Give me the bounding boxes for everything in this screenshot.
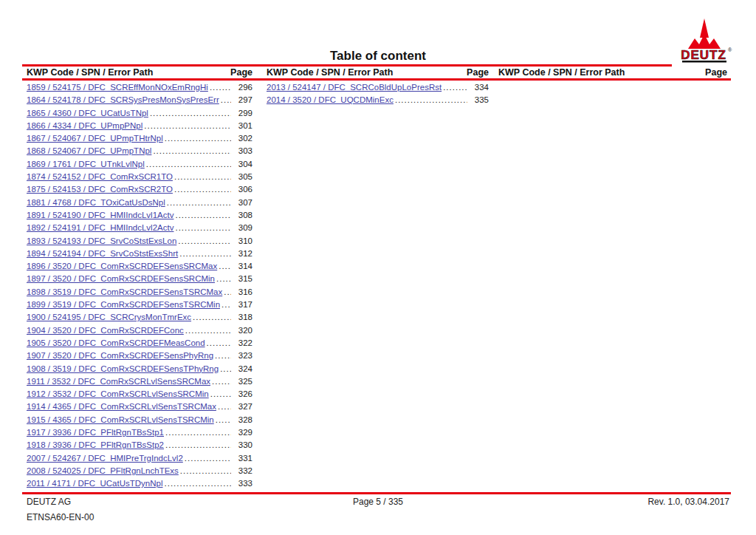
toc-entry-page: 325 (233, 377, 252, 386)
toc-entry: 2014 / 3520 / DFC_UQCDMinExc 335 (267, 95, 489, 108)
footer-divider (22, 492, 731, 494)
toc-entry: 1874 / 524152 / DFC_ComRxSCR1TO 305 (27, 172, 252, 185)
toc-entry: 2013 / 524147 / DFC_SCRCoBldUpLoPresRst … (267, 83, 489, 95)
document-id: ETNSA60-EN-00 (27, 512, 94, 522)
toc-entry-link[interactable]: 1918 / 3936 / DFC_PFltRgnTBsStp2 (27, 440, 164, 449)
toc-entry-link[interactable]: 1865 / 4360 / DFC_UCatUsTNpl (27, 109, 148, 117)
toc-entry-link[interactable]: 2014 / 3520 / DFC_UQCDMinExc (267, 95, 394, 104)
dot-leader (178, 236, 231, 245)
dot-leader (219, 262, 231, 270)
toc-entry-page: 305 (233, 172, 252, 181)
toc-entry-link[interactable]: 1900 / 524195 / DFC_SCRCrysMonTmrExc (27, 313, 191, 321)
toc-entry-page: 315 (233, 274, 252, 283)
dot-leader (174, 172, 231, 181)
dot-leader (185, 326, 231, 335)
toc-entry-link[interactable]: 1875 / 524153 / DFC_ComRxSCR2TO (27, 185, 173, 194)
dot-leader (185, 454, 231, 463)
toc-entry-page: 303 (233, 146, 252, 155)
toc-entry: 1898 / 3519 / DFC_ComRxSCRDEFSensTSRCMax… (27, 287, 252, 300)
toc-entry-link[interactable]: 1908 / 3519 / DFC_ComRxSCRDEFSensTPhyRng (27, 364, 219, 373)
toc-entry-page: 326 (233, 389, 252, 398)
toc-entry: 2008 / 524025 / DFC_PFltRgnLnchTExs 332 (27, 466, 252, 479)
toc-entry-page: 335 (470, 95, 489, 104)
dot-leader (153, 146, 231, 155)
column-header-3: KWP Code / SPN / Error Path Page (498, 67, 727, 78)
toc-entry-link[interactable]: 1898 / 3519 / DFC_ComRxSCRDEFSensTSRCMax (27, 287, 222, 296)
dot-leader (207, 338, 231, 347)
toc-entry-link[interactable]: 1868 / 524067 / DFC_UPmpTNpl (27, 146, 151, 155)
toc-entry-link[interactable]: 1893 / 524193 / DFC_SrvCoStstExsLon (27, 236, 176, 245)
toc-entry-page: 312 (233, 249, 252, 258)
toc-entry-link[interactable]: 1907 / 3520 / DFC_ComRxSCRDEFSensPhyRng (27, 351, 213, 360)
toc-entry: 1859 / 524175 / DFC_SCREffMonNOxEmRngHi … (27, 83, 252, 95)
toc-entry-link[interactable]: 1869 / 1761 / DFC_UTnkLvlNpl (27, 160, 145, 168)
toc-column-1: 1859 / 524175 / DFC_SCREffMonNOxEmRngHi … (27, 83, 252, 492)
toc-entry-link[interactable]: 1904 / 3520 / DFC_ComRxSCRDEFConc (27, 326, 184, 335)
toc-entry: 1866 / 4334 / DFC_UPmpPNpl 301 (27, 121, 252, 134)
toc-entry: 1917 / 3936 / DFC_PFltRgnTBsStp1 329 (27, 428, 252, 440)
dot-leader (146, 160, 231, 168)
toc-entry-link[interactable]: 2007 / 524267 / DFC_HMIPreTrgIndcLvl2 (27, 454, 183, 463)
toc-entry-link[interactable]: 1905 / 3520 / DFC_ComRxSCRDEFMeasCond (27, 338, 205, 347)
dot-leader (212, 377, 231, 386)
toc-entry-link[interactable]: 1896 / 3520 / DFC_ComRxSCRDEFSensSRCMax (27, 262, 217, 270)
code-header-label: KWP Code / SPN / Error Path (27, 67, 153, 78)
page-header-label: Page (705, 67, 727, 78)
dot-leader (144, 121, 231, 130)
toc-entry-link[interactable]: 1859 / 524175 / DFC_SCREffMonNOxEmRngHi (27, 83, 208, 92)
toc-entry: 1897 / 3520 / DFC_ComRxSCRDEFSensSRCMin … (27, 274, 252, 287)
dot-leader (215, 351, 231, 360)
toc-entry-page: 306 (233, 185, 252, 194)
toc-entry-page: 301 (233, 121, 252, 130)
toc-entry: 1894 / 524194 / DFC_SrvCoStstExsShrt 312 (27, 249, 252, 262)
dot-leader (180, 466, 231, 475)
toc-entry-link[interactable]: 1897 / 3520 / DFC_ComRxSCRDEFSensSRCMin (27, 274, 215, 283)
toc-entry: 1881 / 4768 / DFC_TOxiCatUsDsNpl 307 (27, 198, 252, 211)
toc-entry-link[interactable]: 1874 / 524152 / DFC_ComRxSCR1TO (27, 172, 173, 181)
toc-entry-page: 331 (233, 454, 252, 463)
toc-entry-page: 316 (233, 287, 252, 296)
toc-entry: 1864 / 524178 / DFC_SCRSysPresMonSysPres… (27, 95, 252, 108)
toc-entry-page: 318 (233, 313, 252, 321)
toc-entry-link[interactable]: 2013 / 524147 / DFC_SCRCoBldUpLoPresRst (267, 83, 441, 92)
toc-entry-link[interactable]: 1867 / 524067 / DFC_UPmpTHtrNpl (27, 134, 163, 143)
toc-entry-link[interactable]: 1899 / 3519 / DFC_ComRxSCRDEFSensTSRCMin (27, 300, 220, 309)
toc-entry-page: 323 (233, 351, 252, 360)
toc-entry-page: 329 (233, 428, 252, 437)
dot-leader (220, 364, 231, 373)
toc-entry-page: 304 (233, 160, 252, 168)
toc-entry: 1912 / 3532 / DFC_ComRxSCRLvlSensSRCMin … (27, 389, 252, 402)
toc-entry: 1904 / 3520 / DFC_ComRxSCRDEFConc 320 (27, 326, 252, 338)
toc-entry: 1868 / 524067 / DFC_UPmpTNpl 303 (27, 146, 252, 159)
toc-entry-link[interactable]: 1864 / 524178 / DFC_SCRSysPresMonSysPres… (27, 95, 219, 104)
toc-entry-link[interactable]: 1914 / 4365 / DFC_ComRxSCRLvlSensTSRCMax (27, 402, 216, 411)
dot-leader (193, 313, 231, 321)
toc-entry-link[interactable]: 1892 / 524191 / DFC_HMIIndcLvl2Actv (27, 223, 173, 232)
toc-entry-page: 299 (233, 109, 252, 117)
toc-entry-page: 297 (233, 95, 252, 104)
toc-entry: 1865 / 4360 / DFC_UCatUsTNpl 299 (27, 109, 252, 121)
toc-entry-link[interactable]: 1917 / 3936 / DFC_PFltRgnTBsStp1 (27, 428, 164, 437)
dot-leader (174, 185, 231, 194)
dot-leader (210, 389, 231, 398)
toc-entry-page: 314 (233, 262, 252, 270)
dot-leader (395, 95, 467, 104)
toc-entry-link[interactable]: 1866 / 4334 / DFC_UPmpPNpl (27, 121, 142, 130)
toc-entry-link[interactable]: 1894 / 524194 / DFC_SrvCoStstExsShrt (27, 249, 178, 258)
toc-entry-link[interactable]: 2011 / 4171 / DFC_UCatUsTDynNpl (27, 479, 163, 488)
dot-leader (224, 287, 231, 296)
toc-entry: 1914 / 4365 / DFC_ComRxSCRLvlSensTSRCMax… (27, 402, 252, 415)
code-header-label: KWP Code / SPN / Error Path (267, 67, 393, 78)
toc-entry-link[interactable]: 1911 / 3532 / DFC_ComRxSCRLvlSensSRCMax (27, 377, 210, 386)
toc-entry: 1900 / 524195 / DFC_SCRCrysMonTmrExc 318 (27, 313, 252, 325)
toc-entry-link[interactable]: 1881 / 4768 / DFC_TOxiCatUsDsNpl (27, 198, 165, 207)
toc-entry-page: 320 (233, 326, 252, 335)
toc-entry-link[interactable]: 1915 / 4365 / DFC_ComRxSCRLvlSensTSRCMin (27, 415, 214, 424)
toc-entry: 1896 / 3520 / DFC_ComRxSCRDEFSensSRCMax … (27, 262, 252, 274)
dot-leader (165, 479, 232, 488)
toc-entry: 1875 / 524153 / DFC_ComRxSCR2TO 306 (27, 185, 252, 197)
toc-entry-link[interactable]: 2008 / 524025 / DFC_PFltRgnLnchTExs (27, 466, 179, 475)
toc-entry-link[interactable]: 1891 / 524190 / DFC_HMIIndcLvl1Actv (27, 211, 173, 219)
toc-entry-link[interactable]: 1912 / 3532 / DFC_ComRxSCRLvlSensSRCMin (27, 389, 209, 398)
toc-entry: 1893 / 524193 / DFC_SrvCoStstExsLon 310 (27, 236, 252, 249)
